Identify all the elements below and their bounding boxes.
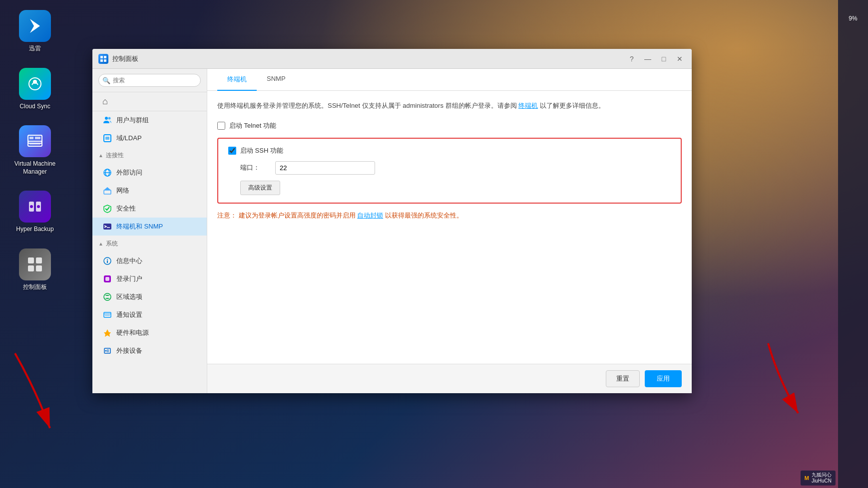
reset-button[interactable]: 重置 bbox=[606, 370, 640, 387]
connectivity-header-label: 连接性 bbox=[106, 151, 124, 160]
sidebar-item-external-devices[interactable]: 外接设备 bbox=[92, 342, 207, 360]
svg-point-10 bbox=[30, 205, 33, 208]
ssh-checkbox-label[interactable]: 启动 SSH 功能 bbox=[240, 146, 283, 155]
regional-icon bbox=[102, 292, 112, 302]
svg-rect-28 bbox=[104, 190, 111, 194]
svg-point-2 bbox=[33, 80, 37, 84]
sidebar-item-network[interactable]: 网络 bbox=[92, 182, 207, 200]
watermark-text: 九狐问心JiuHuCN bbox=[812, 472, 832, 484]
taskbar-progress: 9% bbox=[849, 15, 857, 22]
svg-rect-20 bbox=[104, 59, 106, 62]
svg-rect-30 bbox=[103, 224, 111, 230]
desktop-icon-controlpanel[interactable]: 控制面板 bbox=[10, 248, 60, 291]
sidebar-item-domain[interactable]: 域/LDAP bbox=[92, 129, 207, 147]
external-access-label: 外部访问 bbox=[116, 168, 142, 177]
sidebar-item-notifications[interactable]: 通知设置 bbox=[92, 306, 207, 324]
warning-text: 注意： 建议为登录帐户设置高强度的密码并启用 自动封锁 以获得最强的系统安全性。 bbox=[217, 211, 682, 220]
apply-button[interactable]: 应用 bbox=[645, 370, 682, 387]
controlpanel-icon bbox=[19, 248, 51, 280]
users-icon bbox=[102, 115, 112, 125]
sidebar-item-security[interactable]: 安全性 bbox=[92, 200, 207, 218]
security-icon bbox=[102, 204, 112, 214]
hardware-label: 硬件和电源 bbox=[116, 328, 149, 337]
svg-rect-19 bbox=[100, 59, 103, 62]
ssh-section-box: 启动 SSH 功能 端口： 高级设置 bbox=[217, 138, 682, 204]
external-devices-icon bbox=[102, 346, 112, 356]
search-input[interactable] bbox=[98, 74, 201, 87]
tabs-bar: 终端机 SNMP bbox=[207, 69, 692, 91]
svg-rect-15 bbox=[36, 265, 42, 271]
help-button[interactable]: ? bbox=[626, 53, 638, 65]
info-center-icon bbox=[102, 256, 112, 266]
window-titlebar: 控制面板 ? — □ ✕ bbox=[92, 49, 692, 69]
desktop-icon-vm[interactable]: Virtual Machine Manager bbox=[10, 125, 60, 176]
notifications-icon bbox=[102, 310, 112, 320]
login-portal-icon bbox=[102, 274, 112, 284]
ssh-checkbox[interactable] bbox=[228, 147, 236, 155]
sidebar-item-users[interactable]: 用户与群组 bbox=[92, 111, 207, 129]
maximize-button[interactable]: □ bbox=[658, 53, 670, 65]
home-icon: ⌂ bbox=[102, 96, 108, 107]
watermark: M 九狐问心JiuHuCN bbox=[801, 471, 836, 486]
auto-block-link[interactable]: 自动封锁 bbox=[357, 212, 383, 219]
vm-icon bbox=[19, 125, 51, 157]
terminal-snmp-label: 终端机和 SNMP bbox=[116, 222, 163, 231]
taskbar-right: 9% bbox=[838, 0, 868, 488]
svg-point-43 bbox=[105, 350, 107, 352]
vm-label: Virtual Machine Manager bbox=[10, 160, 60, 176]
warning-suffix: 以获得最强的系统安全性。 bbox=[385, 212, 463, 219]
desktop-icon-xunlei[interactable]: 迅雷 bbox=[10, 10, 60, 53]
sidebar-home-button[interactable]: ⌂ bbox=[92, 92, 207, 111]
cloudsync-label: Cloud Sync bbox=[19, 103, 50, 111]
sidebar-item-info-center[interactable]: 信息中心 bbox=[92, 252, 207, 270]
system-header-label: 系统 bbox=[106, 240, 118, 248]
bottom-action-bar: 重置 应用 bbox=[207, 364, 692, 393]
sidebar-item-terminal-snmp[interactable]: 终端机和 SNMP bbox=[92, 218, 207, 236]
telnet-checkbox-row: 启动 Telnet 功能 bbox=[217, 119, 682, 133]
tab-terminal[interactable]: 终端机 bbox=[217, 69, 257, 91]
sidebar-domain-label: 域/LDAP bbox=[116, 134, 142, 143]
search-icon: 🔍 bbox=[102, 77, 110, 84]
svg-point-21 bbox=[105, 117, 108, 120]
port-label: 端口： bbox=[240, 163, 265, 172]
sidebar-section-connectivity[interactable]: ▲ 连接性 bbox=[92, 147, 207, 164]
terminal-icon bbox=[102, 222, 112, 232]
regional-label: 区域选项 bbox=[116, 292, 142, 301]
external-devices-label: 外接设备 bbox=[116, 346, 142, 355]
sidebar-item-hardware[interactable]: 硬件和电源 bbox=[92, 324, 207, 342]
svg-rect-18 bbox=[104, 56, 106, 58]
svg-point-33 bbox=[107, 259, 108, 260]
sidebar-item-external-access[interactable]: 外部访问 bbox=[92, 164, 207, 182]
telnet-checkbox[interactable] bbox=[217, 122, 225, 130]
window-body: 🔍 ⌂ bbox=[92, 69, 692, 393]
apply-arrow-annotation bbox=[758, 338, 808, 418]
port-row: 端口： bbox=[240, 161, 671, 175]
xunlei-icon bbox=[19, 10, 51, 42]
svg-rect-36 bbox=[105, 277, 109, 281]
port-input[interactable] bbox=[275, 161, 375, 175]
window-title-icon bbox=[98, 54, 108, 64]
login-portal-label: 登录门户 bbox=[116, 274, 142, 283]
tab-snmp[interactable]: SNMP bbox=[257, 69, 296, 91]
network-icon bbox=[102, 186, 112, 196]
sidebar-section-system[interactable]: ▲ 系统 bbox=[92, 236, 207, 252]
svg-rect-40 bbox=[105, 315, 110, 316]
sidebar-item-regional[interactable]: 区域选项 bbox=[92, 288, 207, 306]
svg-point-37 bbox=[104, 293, 111, 300]
telnet-checkbox-label[interactable]: 启动 Telnet 功能 bbox=[229, 121, 276, 130]
desktop-icon-cloudsync[interactable]: Cloud Sync bbox=[10, 68, 60, 111]
advanced-settings-button[interactable]: 高级设置 bbox=[240, 181, 280, 195]
backup-icon bbox=[19, 191, 51, 223]
terminal-link[interactable]: 终端机 bbox=[518, 102, 538, 109]
external-access-icon bbox=[102, 168, 112, 178]
warning-body: 建议为登录帐户设置高强度的密码并启用 bbox=[239, 212, 358, 219]
desktop: 迅雷 Cloud Sync bbox=[0, 0, 868, 488]
main-content: 终端机 SNMP 使用终端机服务登录并管理您的系统。SSH/Telnet 仅支持… bbox=[207, 69, 692, 393]
sidebar: 🔍 ⌂ bbox=[92, 69, 207, 393]
content-area: 使用终端机服务登录并管理您的系统。SSH/Telnet 仅支持从属于 admin… bbox=[207, 91, 692, 364]
svg-rect-5 bbox=[29, 137, 33, 139]
minimize-button[interactable]: — bbox=[642, 53, 654, 65]
desktop-icon-backup[interactable]: Hyper Backup bbox=[10, 191, 60, 234]
sidebar-item-login-portal[interactable]: 登录门户 bbox=[92, 270, 207, 288]
close-button[interactable]: ✕ bbox=[674, 53, 686, 65]
